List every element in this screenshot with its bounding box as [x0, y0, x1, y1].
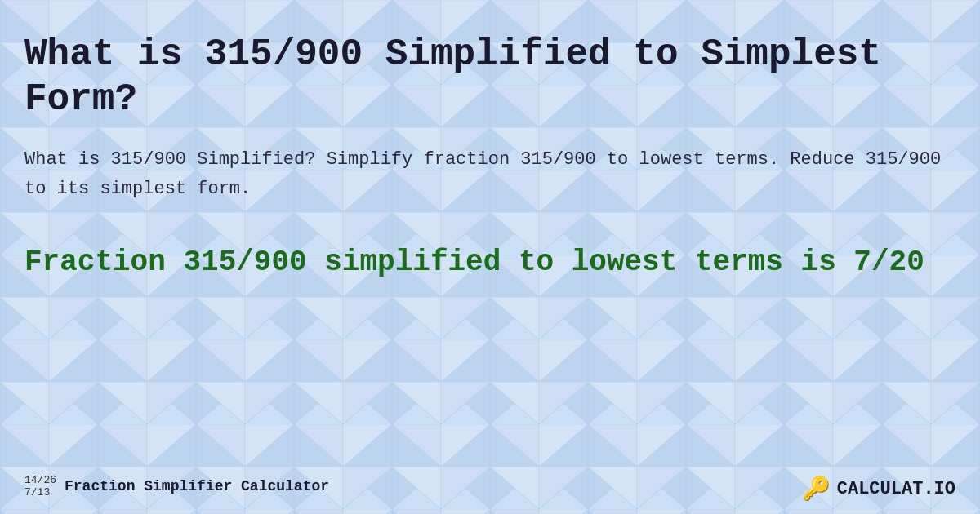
- main-title: What is 315/900 Simplified to Simplest F…: [24, 33, 956, 122]
- description-text: What is 315/900 Simplified? Simplify fra…: [24, 145, 956, 202]
- logo-area: 🔑 CALCULAT.IO: [802, 475, 956, 503]
- footer-label: Fraction Simplifier Calculator: [65, 478, 329, 494]
- footer-fractions: 14/26 7/13: [24, 474, 56, 499]
- logo-text: CALCULAT.IO: [837, 479, 956, 499]
- logo-icon: 🔑: [802, 475, 831, 503]
- footer: 14/26 7/13 Fraction Simplifier Calculato…: [24, 474, 329, 499]
- fraction-top: 14/26: [24, 474, 56, 487]
- fraction-bottom: 7/13: [24, 486, 56, 499]
- result-text: Fraction 315/900 simplified to lowest te…: [24, 244, 956, 282]
